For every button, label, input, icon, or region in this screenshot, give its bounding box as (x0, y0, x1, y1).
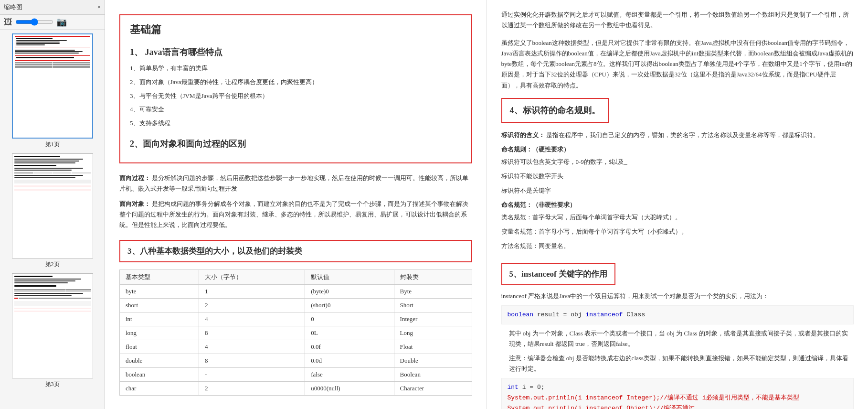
table-cell-6-2: false (305, 368, 394, 382)
zoom-out-icon[interactable]: 🖼 (4, 17, 12, 27)
section4-soft-rule-1: 类名规范：首字母大写，后面每个单词首字母大写（大驼峰式）。 (501, 212, 854, 223)
section4-hard-rules-label: 命名规则：（硬性要求） (501, 144, 854, 155)
section1-item-3: 3、与平台无关性（JVM是Java跨平台使用的根本） (130, 91, 462, 101)
table-cell-5-3: Double (394, 354, 472, 368)
section3-box: 3、八种基本数据类型的大小，以及他们的封装类 (119, 240, 472, 262)
table-row: long80LLong (120, 326, 472, 340)
section2-oop-label: 面向过程： (119, 174, 150, 182)
section-main-title: 基础篇 (130, 22, 462, 37)
table-cell-7-1: 2 (199, 382, 305, 396)
section5-intro: instanceof 严格来说是Java中的一个双目运算符，用来测试一个对象是否… (501, 291, 854, 301)
section4-title: 4、标识符的命名规则。 (510, 105, 600, 116)
section2-content: 面向过程： 是分析解决问题的步骤，然后用函数把这些步骤一步一步地实现，然后在使用… (119, 173, 472, 230)
code1-keyword2: instanceof (585, 311, 623, 318)
table-col-type: 基本类型 (120, 270, 199, 285)
section5-content: instanceof 严格来说是Java中的一个双目运算符，用来测试一个对象是否… (501, 291, 854, 409)
code2-line-3: System.out.println(i instanceof Object);… (508, 403, 848, 409)
table-cell-3-1: 8 (199, 326, 305, 340)
section4-box: 4、标识符的命名规则。 (501, 98, 609, 123)
table-cell-4-2: 0.0f (305, 340, 394, 354)
section4-meaning-text: 是指在程序中，我们自己定义的内容，譬如，类的名字，方法名称以及变量名称等等，都是… (546, 131, 819, 139)
table-cell-0-1: 1 (199, 285, 305, 299)
table-cell-4-1: 4 (199, 340, 305, 354)
table-cell-1-1: 2 (199, 299, 305, 312)
thumb-label-2: 第2页 (45, 260, 60, 269)
section4-meaning-label: 标识符的含义： (501, 131, 545, 139)
section5-title: 5、instanceof 关键字的作用 (509, 269, 607, 280)
thumb-label-1: 第1页 (45, 140, 60, 149)
table-cell-1-2: (short)0 (305, 299, 394, 312)
section5-box: 5、instanceof 关键字的作用 (501, 263, 615, 285)
table-row: char2u0000(null)Character (120, 382, 472, 396)
section1-item-2: 2、面向对象（Java最重要的特性，让程序耦合度更低，内聚性更高） (130, 77, 462, 87)
section5-code1: boolean result = obj instanceof Class (501, 305, 854, 324)
table-cell-7-0: char (120, 382, 199, 396)
code2-line-2: System.out.println(i instanceof Integer)… (508, 393, 848, 403)
thumb-page-3-image (12, 273, 93, 378)
code1-keyword1: boolean (508, 311, 534, 318)
sidebar-toolbar: 🖼 📷 (0, 15, 105, 30)
sidebar-title: 缩略图 (4, 3, 22, 11)
table-cell-4-0: float (120, 340, 199, 354)
section1-title: 1、 Java语言有哪些特点 (130, 46, 462, 58)
table-cell-4-3: Float (394, 340, 472, 354)
table-cell-6-1: - (199, 368, 305, 382)
section1-item-5: 5、支持多线程 (130, 118, 462, 129)
table-row: short2(short)0Short (120, 299, 472, 312)
zoom-slider[interactable] (15, 18, 53, 26)
thumbnail-page-2[interactable]: 第2页 (12, 153, 93, 269)
section4-meaning: 标识符的含义： 是指在程序中，我们自己定义的内容，譬如，类的名字，方法名称以及变… (501, 130, 854, 140)
close-icon[interactable]: × (97, 3, 101, 11)
section2-obj-text: 是把构成问题的事务分解成各个对象，而建立对象的目的也不是为了完成一个个步骤，而是… (119, 200, 468, 228)
thumbnail-page-1[interactable]: 第1页 (12, 33, 93, 149)
table-cell-7-2: u0000(null) (305, 382, 394, 396)
table-col-wrapper: 封装类 (394, 270, 472, 285)
table-cell-6-3: Boolean (394, 368, 472, 382)
table-cell-0-3: Byte (394, 285, 472, 299)
table-cell-3-0: long (120, 326, 199, 340)
section2-oop-text: 是分析解决问题的步骤，然后用函数把这些步骤一步一步地实现，然后在使用的时候一一调… (119, 174, 468, 192)
table-cell-3-3: Long (394, 326, 472, 340)
sidebar-header: 缩略图 × (0, 0, 105, 15)
table-row: double80.0dDouble (120, 354, 472, 368)
section2-obj-label: 面向对象： (119, 200, 150, 207)
doc-right-column: 通过实例化化开辟数据空间之后才可以赋值。每组变量都是一个引用，将一个数组数值给另… (487, 0, 868, 409)
table-row: int40Integer (120, 312, 472, 326)
thumb-page-1-image (12, 33, 93, 139)
table-cell-5-2: 0.0d (305, 354, 394, 368)
table-cell-2-1: 4 (199, 312, 305, 326)
thumbnail-page-3[interactable]: 第3页 (12, 273, 93, 388)
thumb-label-3: 第3页 (45, 380, 60, 388)
table-cell-5-1: 8 (199, 354, 305, 368)
section1-content: 1、简单易学，有丰富的类库 2、面向对象（Java最重要的特性，让程序耦合度更低… (130, 64, 462, 129)
section1-item-4: 4、可靠安全 (130, 105, 462, 115)
right-top-text-1: 通过实例化化开辟数据空间之后才可以赋值。每组变量都是一个引用，将一个数组数值给另… (501, 10, 854, 31)
table-row: boolean-falseBoolean (120, 368, 472, 382)
section4-soft-rule-2: 变量名规范：首字母小写，后面每个单词首字母大写（小驼峰式）。 (501, 226, 854, 237)
table-cell-1-3: Short (394, 299, 472, 312)
sidebar-thumbnails: 第1页 (0, 30, 105, 409)
code1-var1: result = obj (537, 311, 585, 318)
table-row: byte1(byte)0Byte (120, 285, 472, 299)
table-header-row: 基本类型 大小（字节） 默认值 封装类 (120, 270, 472, 285)
data-types-table: 基本类型 大小（字节） 默认值 封装类 byte1(byte)0Byteshor… (119, 269, 472, 396)
table-col-size: 大小（字节） (199, 270, 305, 285)
section5-note: 注意：编译器会检查 obj 是否能转换成右边的class类型，如果不能转换则直接… (501, 353, 854, 374)
doc-left-column: 基础篇 1、 Java语言有哪些特点 1、简单易学，有丰富的类库 2、面向对象（… (105, 0, 487, 409)
section2-obj-para: 面向对象： 是把构成问题的事务分解成各个对象，而建立对象的目的也不是为了完成一个… (119, 199, 472, 230)
section2-oop-para: 面向过程： 是分析解决问题的步骤，然后用函数把这些步骤一步一步地实现，然后在使用… (119, 173, 472, 194)
section4-hard-rule-2: 标识符不能以数字开头 (501, 171, 854, 182)
section3-title: 3、八种基本数据类型的大小，以及他们的封装类 (127, 246, 464, 257)
right-top-text-2: 虽然定义了boolean这种数据类型，但是只对它提供了非常有限的支持。在Java… (501, 38, 854, 90)
table-cell-1-0: short (120, 299, 199, 312)
table-cell-0-0: byte (120, 285, 199, 299)
section4-hard-rule-3: 标识符不是关键字 (501, 185, 854, 196)
section4-soft-rule-3: 方法名规范：同变量名。 (501, 241, 854, 251)
section1-item-1: 1、简单易学，有丰富的类库 (130, 64, 462, 74)
table-cell-2-0: int (120, 312, 199, 326)
zoom-in-icon[interactable]: 📷 (56, 17, 67, 27)
section4-hard-rule-1: 标识符可以包含英文字母，0-9的数字，$以及_ (501, 157, 854, 167)
code1-class: Class (626, 311, 645, 318)
section5-code2: int i = 0; System.out.println(i instance… (501, 378, 854, 409)
table-cell-6-0: boolean (120, 368, 199, 382)
